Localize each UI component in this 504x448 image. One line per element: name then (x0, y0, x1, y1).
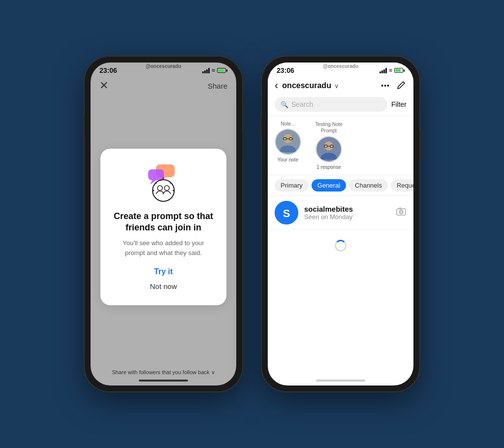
handle-left: @oncescuradu (146, 64, 181, 69)
tab-general[interactable]: General (312, 179, 346, 192)
share-button[interactable]: Share (208, 82, 227, 90)
phone-right: 23:06 @oncescuradu ≈ (262, 57, 419, 391)
note2-avatar (315, 136, 342, 162)
edit-icon[interactable] (397, 80, 407, 92)
filter-button[interactable]: Filter (391, 100, 407, 108)
prompt-title: Create a prompt so that friends can join… (112, 211, 215, 234)
share-footer: Share with followers that you follow bac… (91, 369, 236, 376)
note2-item[interactable]: Testing Note Prompt 1 response (309, 121, 348, 170)
note1-sublabel: Your note (278, 157, 298, 162)
tab-channels[interactable]: Channels (349, 179, 388, 192)
notes-section: Note... Your note (268, 116, 413, 175)
try-it-button[interactable]: Try it (154, 267, 173, 276)
message-name: socialmebites (304, 205, 390, 213)
status-bar-left: 23:06 @oncescuradu ≈ (91, 63, 236, 76)
nav-left: ‹ oncescuradu ∨ (275, 79, 339, 92)
close-button[interactable]: ✕ (99, 79, 108, 92)
note2-label: Testing Note Prompt (309, 121, 348, 134)
prompt-description: You'll see who added to your prompt and … (112, 238, 215, 257)
svg-point-9 (173, 190, 174, 191)
svg-point-26 (400, 211, 402, 213)
battery-icon-right (394, 68, 405, 73)
svg-rect-14 (284, 138, 286, 140)
message-list: S socialmebites Seen on Monday (268, 196, 413, 230)
phone-left: 23:06 @oncescuradu ≈ (85, 57, 242, 391)
tab-primary[interactable]: Primary (275, 179, 309, 192)
loading-spinner (268, 230, 413, 261)
not-now-button[interactable]: Not now (150, 282, 177, 290)
prompt-content: Create a prompt so that friends can join… (91, 95, 236, 359)
search-input-wrap[interactable]: 🔍 Search (275, 97, 387, 112)
username-label[interactable]: oncescuradu (282, 81, 331, 90)
svg-point-7 (163, 177, 164, 179)
messages-header: ‹ oncescuradu ∨ ••• (268, 76, 413, 116)
status-bar-right: 23:06 @oncescuradu ≈ (268, 63, 413, 76)
tabs-row: Primary General Channels Requests (268, 175, 413, 196)
home-bar-left (139, 380, 188, 382)
message-subtitle: Seen on Monday (304, 213, 390, 221)
phones-container: 23:06 @oncescuradu ≈ (85, 57, 419, 391)
search-placeholder: Search (291, 100, 313, 108)
svg-rect-15 (289, 138, 292, 140)
signal-icon-left (202, 67, 210, 73)
topbar-left: ✕ Share (91, 76, 236, 95)
your-note-item[interactable]: Note... Your note (275, 121, 301, 170)
wifi-icon-left: ≈ (212, 67, 215, 74)
svg-point-8 (153, 190, 155, 191)
search-icon: 🔍 (281, 101, 288, 108)
note1-label: Note... (281, 121, 295, 127)
svg-point-6 (164, 186, 169, 191)
svg-point-10 (156, 182, 157, 184)
camera-icon[interactable] (396, 206, 407, 220)
tab-requests[interactable]: Requests (391, 179, 413, 192)
signal-icon-right (379, 67, 387, 73)
nav-row: ‹ oncescuradu ∨ ••• (275, 79, 407, 92)
spinner-icon (335, 240, 346, 252)
message-item[interactable]: S socialmebites Seen on Monday (268, 196, 413, 230)
status-icons-left: ≈ (202, 67, 227, 74)
more-options-icon[interactable]: ••• (381, 82, 390, 90)
dropdown-chevron-icon[interactable]: ∨ (334, 82, 339, 90)
back-button[interactable]: ‹ (275, 79, 278, 92)
time-left: 23:06 (99, 66, 117, 74)
share-footer-text: Share with followers that you follow bac… (112, 369, 215, 375)
svg-point-25 (399, 210, 403, 214)
battery-icon-left (217, 68, 227, 73)
nav-right: ••• (381, 80, 407, 92)
svg-rect-20 (330, 145, 333, 148)
svg-point-5 (158, 186, 162, 191)
handle-right: @oncescuradu (323, 64, 358, 69)
your-note-avatar (275, 128, 301, 155)
wifi-icon-right: ≈ (389, 67, 392, 74)
prompt-illustration (141, 163, 186, 203)
svg-point-11 (170, 182, 172, 184)
note2-sublabel: 1 response (316, 164, 341, 170)
home-bar-right (316, 380, 365, 382)
status-icons-right: ≈ (379, 67, 405, 74)
svg-rect-2 (148, 169, 164, 180)
time-right: 23:06 (277, 66, 294, 74)
socialmebites-avatar: S (275, 201, 298, 224)
svg-text:S: S (283, 207, 290, 220)
svg-rect-19 (324, 145, 327, 148)
search-bar: 🔍 Search Filter (275, 97, 407, 112)
prompt-card: Create a prompt so that friends can join… (100, 149, 226, 306)
message-info: socialmebites Seen on Monday (304, 205, 390, 221)
